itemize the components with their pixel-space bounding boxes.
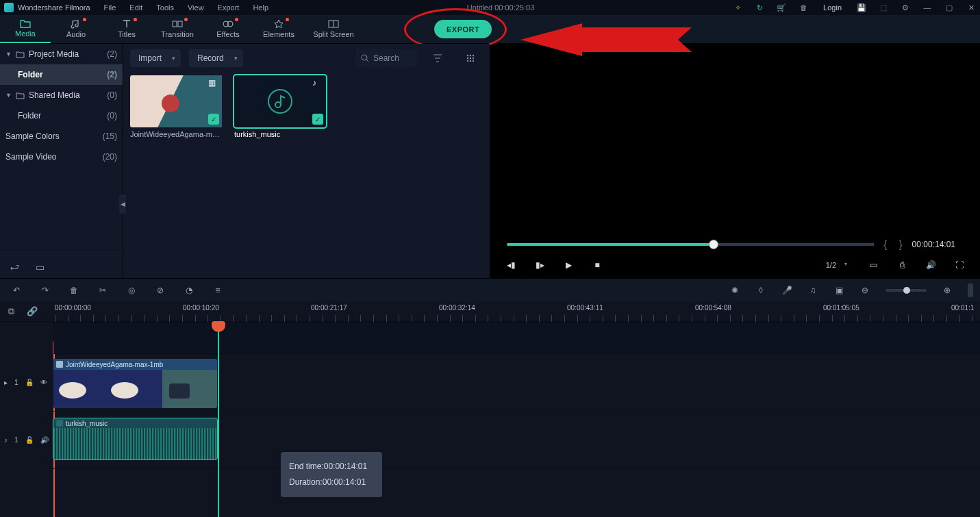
- menu-file[interactable]: File: [104, 3, 116, 12]
- import-dropdown[interactable]: Import: [130, 49, 181, 67]
- group-label: Shared Media: [29, 90, 80, 100]
- library-group-shared-media[interactable]: ▼ Shared Media (0): [0, 85, 123, 105]
- tab-effects[interactable]: Effects: [203, 14, 253, 43]
- prev-frame-icon[interactable]: ◂▮: [505, 260, 516, 270]
- redo-icon[interactable]: ↷: [40, 285, 51, 296]
- mark-out-icon[interactable]: }: [899, 239, 903, 250]
- preview-time: 00:00:14:01: [912, 240, 955, 249]
- export-button[interactable]: EXPORT: [434, 20, 492, 38]
- titlebar: Wondershare Filmora File Edit Tools View…: [0, 0, 980, 15]
- library-sample-video[interactable]: Sample Video (20): [0, 147, 123, 167]
- progress-bar[interactable]: [507, 243, 874, 246]
- eye-icon[interactable]: 👁: [40, 379, 47, 386]
- login-button[interactable]: Login: [820, 3, 844, 12]
- next-frame-icon[interactable]: ▮▸: [534, 260, 545, 270]
- library-folder-project[interactable]: Folder (2): [0, 64, 123, 85]
- timer-icon[interactable]: ◔: [184, 285, 194, 296]
- close-icon[interactable]: ✕: [966, 3, 976, 12]
- snapshot-icon[interactable]: ⎙: [896, 260, 907, 270]
- zoom-slider[interactable]: [885, 289, 927, 292]
- menu-tools[interactable]: Tools: [156, 3, 174, 12]
- new-folder-icon[interactable]: ⮐: [10, 262, 19, 273]
- folder-icon[interactable]: ▭: [36, 262, 45, 273]
- clip-thumb-icon: [56, 361, 63, 368]
- tab-media[interactable]: Media: [0, 14, 51, 43]
- zoom-out-icon[interactable]: ⊖: [859, 285, 870, 296]
- audio-clip[interactable]: turkish_music: [53, 418, 217, 459]
- library-group-project-media[interactable]: ▼ Project Media (2): [0, 44, 123, 64]
- library-bottom-bar: ⮐ ▭: [0, 255, 123, 278]
- menu-help[interactable]: Help: [253, 3, 268, 12]
- audio-track-header[interactable]: ♪1 🔓 🔊: [0, 411, 53, 468]
- lock-icon[interactable]: 🔓: [25, 436, 34, 444]
- video-clip[interactable]: JointWideeyedAgama-max-1mb: [53, 359, 217, 408]
- grid-view-icon[interactable]: [458, 49, 483, 67]
- playhead[interactable]: [218, 322, 219, 517]
- transition-icon: [172, 19, 183, 29]
- tab-label: Titles: [118, 30, 136, 38]
- menu-edit[interactable]: Edit: [129, 3, 142, 12]
- media-thumbnail-audio[interactable]: ♪ ✓ turkish_music: [234, 75, 326, 138]
- tab-split-screen[interactable]: Split Screen: [304, 14, 363, 43]
- settings-icon[interactable]: ⚙: [901, 3, 910, 12]
- mixer-icon[interactable]: ♫: [807, 285, 818, 296]
- display-icon[interactable]: ▭: [868, 260, 879, 270]
- tab-transition[interactable]: Transition: [152, 14, 203, 43]
- menu-export[interactable]: Export: [218, 3, 240, 12]
- undo-icon[interactable]: ↶: [11, 285, 22, 296]
- minimize-icon[interactable]: —: [922, 3, 932, 12]
- speed-icon[interactable]: ⊘: [155, 285, 166, 296]
- search-input[interactable]: Search: [355, 49, 417, 67]
- svg-point-14: [473, 60, 474, 62]
- save-icon[interactable]: 💾: [857, 3, 866, 12]
- timeline-scroll-icon[interactable]: [968, 283, 973, 297]
- delete-icon[interactable]: 🗑: [68, 285, 79, 296]
- track-num: 1: [14, 379, 18, 386]
- tab-audio[interactable]: Audio: [51, 14, 101, 43]
- link-icon[interactable]: 🔗: [27, 306, 38, 316]
- effects-icon: [223, 19, 234, 29]
- cut-icon[interactable]: ✂: [97, 285, 108, 296]
- tab-titles[interactable]: Titles: [101, 14, 152, 43]
- track-empty[interactable]: [53, 468, 980, 509]
- record-dropdown[interactable]: Record: [189, 49, 243, 67]
- video-track[interactable]: JointWideeyedAgama-max-1mb: [53, 353, 980, 411]
- mark-in-icon[interactable]: {: [883, 239, 887, 250]
- caret-down-icon: ▼: [5, 92, 12, 99]
- media-thumbnail-video[interactable]: ▦ ✓ JointWideeyedAgama-ma...: [130, 75, 222, 138]
- track-blank[interactable]: [53, 322, 980, 353]
- open-icon[interactable]: ⬚: [879, 3, 888, 12]
- collapse-panel-icon[interactable]: ◀: [119, 194, 126, 214]
- volume-icon[interactable]: 🔊: [925, 260, 936, 270]
- keyframe-icon[interactable]: ▣: [833, 285, 844, 296]
- marker-icon[interactable]: ◊: [755, 285, 766, 296]
- trash-icon[interactable]: 🗑: [799, 3, 808, 12]
- preview-scale-dropdown[interactable]: 1/2: [822, 261, 850, 269]
- progress-knob[interactable]: [709, 240, 718, 249]
- maximize-icon[interactable]: ▢: [944, 3, 954, 12]
- render-icon[interactable]: ✺: [729, 285, 740, 296]
- speaker-icon[interactable]: 🔊: [40, 436, 49, 444]
- video-track-header[interactable]: ▸1 🔓 👁: [0, 353, 53, 411]
- tab-elements[interactable]: Elements: [253, 14, 304, 43]
- filter-icon[interactable]: [425, 49, 450, 67]
- time-ruler[interactable]: 00:00:00:00 00:00:10:20 00:00:21:17 00:0…: [55, 301, 980, 322]
- library-folder-shared[interactable]: Folder (0): [0, 105, 123, 126]
- fullscreen-icon[interactable]: ⛶: [954, 260, 965, 270]
- audio-track[interactable]: turkish_music: [53, 411, 980, 468]
- library-sample-colors[interactable]: Sample Colors (15): [0, 126, 123, 147]
- stop-icon[interactable]: ■: [592, 260, 603, 270]
- adjust-icon[interactable]: ≡: [212, 285, 223, 296]
- mic-icon[interactable]: 🎤: [781, 285, 792, 296]
- refresh-icon[interactable]: ↻: [755, 3, 764, 12]
- wand-icon[interactable]: ✧: [733, 3, 742, 12]
- crop-icon[interactable]: ◎: [126, 285, 137, 296]
- notification-dot-icon: [134, 18, 137, 21]
- copy-icon[interactable]: ⧉: [8, 306, 14, 317]
- cart-icon[interactable]: 🛒: [777, 3, 786, 12]
- menu-view[interactable]: View: [188, 3, 204, 12]
- lock-icon[interactable]: 🔓: [25, 379, 34, 386]
- zoom-in-icon[interactable]: ⊕: [942, 285, 953, 296]
- ruler-tick: 00:01:05:05: [823, 304, 859, 312]
- play-icon[interactable]: ▶: [563, 260, 574, 270]
